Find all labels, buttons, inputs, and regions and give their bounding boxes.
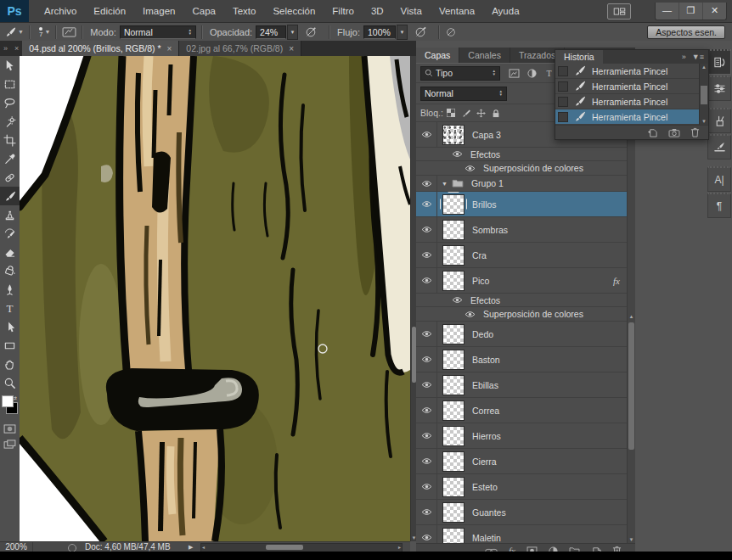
quick-mask-button[interactable] (0, 421, 20, 436)
brush-panel-toggle[interactable] (62, 26, 76, 37)
layer-row-grupo-1[interactable]: ▼Grupo 1 (416, 176, 635, 192)
layer-thumbnail[interactable] (442, 324, 465, 344)
opacity-field[interactable]: 24% (256, 25, 286, 39)
layer-thumbnail[interactable] (442, 400, 465, 421)
scrollbar-thumb[interactable] (701, 86, 707, 104)
layer-row-pico[interactable]: Picofx (416, 268, 635, 294)
delete-state-icon[interactable] (690, 127, 700, 137)
layer-row-superposicion-de-colores[interactable]: Superposición de colores (416, 161, 635, 176)
clone-stamp-tool[interactable] (0, 205, 20, 224)
visibility-toggle[interactable] (416, 449, 437, 473)
tab-overflow-icon[interactable]: » (0, 41, 11, 56)
menu-filtro[interactable]: Filtro (324, 0, 363, 22)
tool-presets-panel-icon[interactable] (707, 134, 731, 160)
visibility-toggle[interactable] (465, 311, 476, 318)
visibility-toggle[interactable] (416, 268, 437, 293)
close-button[interactable]: ✕ (703, 3, 726, 20)
history-scrollbar[interactable]: ▲▼ (699, 64, 708, 125)
flow-field[interactable]: 100% (363, 25, 396, 39)
healing-brush-tool[interactable] (0, 168, 20, 187)
menu-imagen[interactable]: Imagen (134, 0, 183, 22)
visibility-toggle[interactable] (452, 150, 463, 158)
layer-row-efectos[interactable]: Efectos (416, 294, 635, 307)
eyedropper-tool[interactable] (0, 149, 20, 168)
tab-historia[interactable]: Historia (555, 50, 603, 64)
adjustments-panel-icon[interactable] (707, 76, 731, 101)
lock-all-icon[interactable] (492, 109, 500, 118)
layer-thumbnail[interactable] (442, 375, 465, 395)
flow-dropdown[interactable]: ▼ (397, 25, 408, 40)
tab-capas[interactable]: Capas (416, 48, 459, 63)
airbrush-icon[interactable] (445, 26, 457, 38)
layer-row-superposicion-de-colores[interactable]: Superposición de colores (416, 307, 635, 322)
layer-thumbnail[interactable] (442, 194, 465, 215)
mode-select[interactable]: Normal▲▼ (120, 25, 196, 39)
new-snapshot-icon[interactable] (668, 128, 680, 137)
lock-pixels-icon[interactable] (461, 109, 470, 118)
lasso-tool[interactable] (0, 93, 20, 112)
filter-pixel-layers-icon[interactable] (509, 69, 520, 78)
zoom-tool[interactable] (0, 373, 20, 392)
history-panel-icon[interactable] (707, 49, 731, 75)
scroll-left-icon[interactable]: ◂ (202, 544, 205, 552)
airbrush-toggle-icon[interactable] (414, 26, 426, 38)
layer-thumbnail[interactable] (442, 350, 465, 370)
foreground-color-swatch[interactable] (2, 395, 14, 407)
layer-thumbnail[interactable] (442, 502, 465, 523)
menu-archivo[interactable]: Archivo (36, 0, 85, 22)
tab-canales[interactable]: Canales (459, 48, 510, 63)
eraser-tool[interactable] (0, 243, 20, 261)
visibility-toggle[interactable] (416, 398, 437, 423)
scroll-up-icon[interactable]: ▲ (628, 314, 635, 319)
visibility-toggle[interactable] (452, 296, 463, 304)
rectangular-marquee-tool[interactable] (0, 75, 20, 93)
quick-selection-tool[interactable] (0, 112, 20, 131)
screen-mode-button[interactable] (0, 436, 20, 451)
visibility-toggle[interactable] (416, 243, 437, 267)
expand-group-icon[interactable]: ▼ (442, 181, 448, 187)
layer-row-esteto[interactable]: Esteto (416, 474, 635, 500)
filter-adjustment-layers-icon[interactable] (527, 69, 537, 78)
document-tab-active[interactable]: 04.psd al 200% (Brillos, RGB/8) * × (22, 41, 179, 56)
history-step[interactable]: Herramienta Pincel (555, 64, 708, 79)
menu-ventana[interactable]: Ventana (431, 0, 483, 22)
workspace-switcher-button[interactable]: Aspectos esen. (647, 25, 725, 39)
visibility-toggle[interactable] (416, 423, 437, 448)
crop-tool[interactable] (0, 131, 20, 149)
path-selection-tool[interactable] (0, 317, 20, 336)
layer-thumbnail[interactable] (442, 451, 465, 472)
history-step[interactable]: Herramienta Pincel (555, 109, 708, 125)
paint-bucket-tool[interactable] (0, 261, 20, 280)
layer-thumbnail[interactable] (442, 271, 465, 291)
visibility-toggle[interactable] (416, 372, 437, 397)
visibility-toggle[interactable] (416, 122, 437, 147)
history-brush-tool[interactable] (0, 224, 20, 243)
move-tool[interactable] (0, 56, 20, 75)
menu-3d[interactable]: 3D (363, 0, 392, 22)
filter-type-select[interactable]: Tipo▲▼ (420, 66, 500, 81)
visibility-toggle[interactable] (416, 474, 437, 499)
visibility-toggle[interactable] (465, 165, 476, 172)
visibility-toggle[interactable] (416, 176, 437, 191)
document-tab-inactive[interactable]: 02.jpg al 66,7% (RGB/8) × (179, 41, 301, 56)
scrollbar-thumb[interactable] (266, 545, 303, 550)
layers-scrollbar[interactable]: ▲▼ (627, 122, 635, 543)
hand-tool[interactable] (0, 355, 20, 373)
layer-row-cierra[interactable]: Cierra (416, 449, 635, 474)
opacity-dropdown[interactable]: ▼ (287, 25, 298, 40)
scroll-down-icon[interactable]: ▼ (628, 537, 635, 542)
lock-position-icon[interactable] (476, 109, 486, 118)
visibility-toggle[interactable] (416, 347, 437, 372)
menu-vista[interactable]: Vista (392, 0, 431, 22)
new-document-from-state-icon[interactable] (647, 127, 658, 137)
layer-row-efectos[interactable]: Efectos (416, 148, 635, 161)
scroll-right-icon[interactable]: ▸ (398, 544, 401, 552)
canvas[interactable] (20, 56, 410, 541)
layer-thumbnail[interactable] (442, 528, 465, 544)
history-source-checkbox[interactable] (558, 66, 568, 76)
menu-capa[interactable]: Capa (183, 0, 224, 22)
layer-row-ebillas[interactable]: Ebillas (416, 372, 635, 398)
tool-preset-picker[interactable]: ▼ (4, 26, 24, 38)
brush-presets-panel-icon[interactable] (707, 108, 731, 133)
history-step[interactable]: Herramienta Pincel (555, 79, 708, 94)
